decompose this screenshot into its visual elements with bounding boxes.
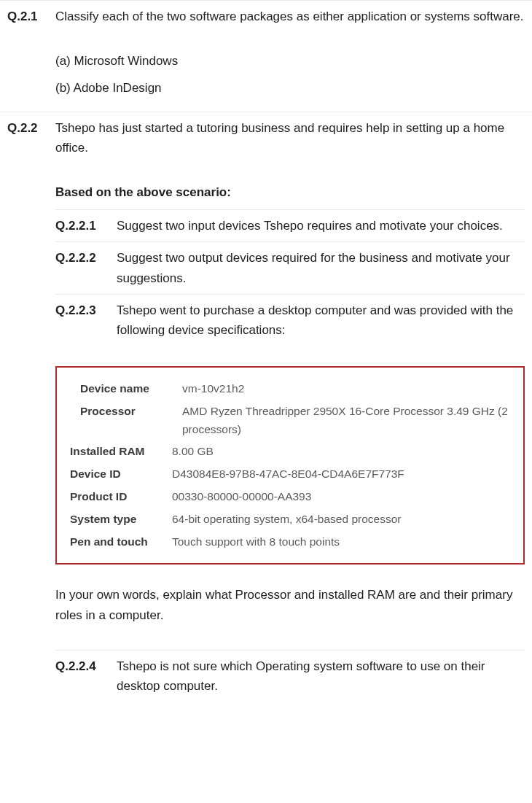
subquestion-number: Q.2.2.2 — [55, 248, 117, 268]
spec-label: Product ID — [70, 488, 172, 506]
subquestion-text: Suggest two input devices Tshepo require… — [117, 216, 525, 236]
spec-value: 00330-80000-00000-AA393 — [172, 488, 510, 506]
question-number: Q.2.2 — [3, 118, 55, 138]
spacer — [55, 34, 525, 51]
option-b: (b) Adobe InDesign — [55, 78, 525, 98]
spec-indent-group: Device name vm-10v21h2 Processor AMD Ryz… — [70, 378, 510, 441]
subquestion-text: Tshepo is not sure which Operating syste… — [117, 656, 525, 696]
spacer — [55, 165, 525, 182]
option-a: (a) Microsoft Windows — [55, 51, 525, 71]
spec-row: Processor AMD Ryzen Threadripper 2950X 1… — [80, 400, 510, 441]
followup-text: In your own words, explain what Processo… — [55, 585, 525, 624]
spacer — [55, 632, 525, 650]
spec-label: Device name — [80, 380, 182, 398]
spec-row: System type 64-bit operating system, x64… — [70, 508, 510, 531]
subquestion-number: Q.2.2.3 — [55, 300, 117, 320]
spec-value: vm-10v21h2 — [182, 380, 510, 398]
subquestion-text: Suggest two output devices required for … — [117, 248, 525, 287]
spec-value: 8.00 GB — [172, 443, 510, 461]
spec-row: Device ID D43084E8-97B8-47AC-8E04-CD4A6E… — [70, 463, 510, 486]
spec-label: System type — [70, 511, 172, 529]
spec-row: Device name vm-10v21h2 — [80, 378, 510, 400]
question-body: Tshepo has just started a tutoring busin… — [55, 118, 529, 702]
subquestion-row: Q.2.2.1 Suggest two input devices Tshepo… — [55, 209, 525, 241]
spec-label: Installed RAM — [70, 443, 172, 461]
spec-row: Product ID 00330-80000-00000-AA393 — [70, 486, 510, 508]
subquestion-row: Q.2.2.3 Tshepo went to purchase a deskto… — [55, 294, 525, 346]
question-row: Q.2.2 Tshepo has just started a tutoring… — [0, 112, 532, 708]
subquestion-number: Q.2.2.4 — [55, 656, 117, 676]
spec-value: D43084E8-97B8-47AC-8E04-CD4A6E7F773F — [172, 465, 510, 484]
spec-value: Touch support with 8 touch points — [172, 533, 510, 551]
subquestion-row: Q.2.2.2 Suggest two output devices requi… — [55, 241, 525, 293]
question-text: Classify each of the two software packag… — [55, 7, 525, 26]
subquestion-row: Q.2.2.4 Tshepo is not sure which Operati… — [55, 650, 525, 702]
device-spec-box: Device name vm-10v21h2 Processor AMD Ryz… — [55, 366, 525, 565]
question-body: Classify each of the two software packag… — [55, 7, 529, 106]
scenario-heading: Based on the above scenario: — [55, 182, 525, 202]
spec-label: Device ID — [70, 465, 172, 484]
spec-value: 64-bit operating system, x64-based proce… — [172, 511, 510, 529]
question-text: Tshepo has just started a tutoring busin… — [55, 118, 525, 158]
spec-row: Pen and touch Touch support with 8 touch… — [70, 531, 510, 554]
subquestion-number: Q.2.2.1 — [55, 216, 117, 236]
question-number: Q.2.1 — [3, 7, 55, 26]
subquestion-text: Tshepo went to purchase a desktop comput… — [117, 300, 525, 340]
spec-row: Installed RAM 8.00 GB — [70, 441, 510, 463]
spec-label: Pen and touch — [70, 533, 172, 551]
question-row: Q.2.1 Classify each of the two software … — [0, 0, 532, 112]
spec-value: AMD Ryzen Threadripper 2950X 16-Core Pro… — [182, 403, 510, 439]
spec-label: Processor — [80, 403, 182, 439]
